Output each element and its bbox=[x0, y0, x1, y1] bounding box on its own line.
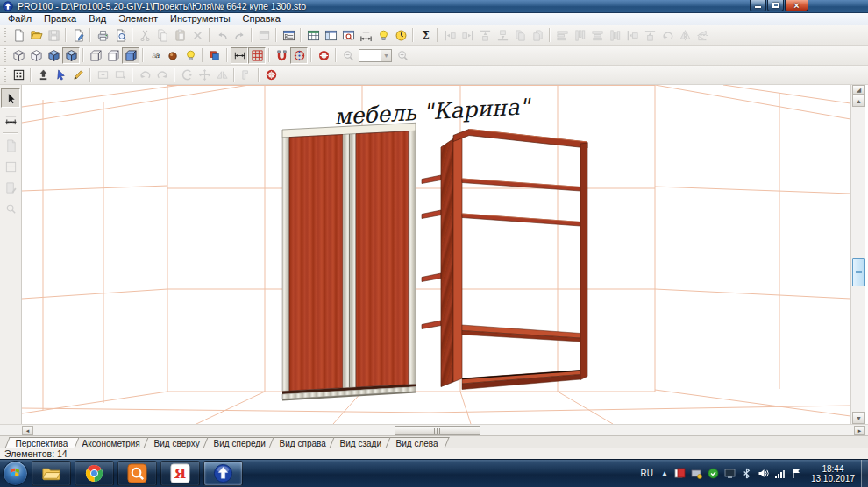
select-multi-button[interactable] bbox=[10, 67, 27, 83]
clock-button[interactable] bbox=[392, 27, 409, 44]
vertical-scrollbar[interactable]: ◢ ▲ ▼ bbox=[850, 85, 865, 424]
view-sketch-button[interactable] bbox=[27, 47, 45, 64]
network-tray-icon[interactable] bbox=[773, 467, 786, 480]
page-setup-button[interactable] bbox=[69, 27, 87, 44]
menu-item-1[interactable]: Правка bbox=[38, 13, 82, 25]
chrome-browser-taskbar-button[interactable] bbox=[75, 461, 114, 486]
sum-button[interactable]: Σ bbox=[416, 27, 434, 44]
taskbar-clock[interactable]: 18:44 13.10.2017 bbox=[811, 464, 855, 483]
design-viewport[interactable]: мебель "Карина" bbox=[22, 85, 850, 424]
textures-button[interactable] bbox=[206, 47, 224, 64]
view-color-button[interactable] bbox=[45, 47, 62, 64]
menu-item-3[interactable]: Элемент bbox=[112, 13, 164, 25]
show-desktop-button[interactable] bbox=[861, 460, 868, 487]
scroll-right-button[interactable]: ▸ bbox=[854, 426, 865, 435]
magnet-button[interactable] bbox=[273, 47, 290, 64]
scroll-down-button[interactable]: ▼ bbox=[852, 412, 865, 424]
price-list-button[interactable] bbox=[304, 27, 322, 44]
find-element-button[interactable] bbox=[339, 27, 357, 44]
splitter-button[interactable]: ◢ bbox=[852, 85, 865, 95]
horizontal-scrollbar[interactable]: ◂ ▸ bbox=[0, 424, 868, 435]
toolbar-grip[interactable] bbox=[4, 68, 6, 82]
toolbar-separator bbox=[268, 48, 270, 62]
menu-item-0[interactable]: Файл bbox=[2, 13, 38, 25]
toolbar-grip[interactable] bbox=[4, 48, 6, 62]
view-tab-0[interactable]: Перспектива bbox=[4, 437, 79, 448]
menu-item-5[interactable]: Справка bbox=[237, 13, 287, 25]
print-button[interactable] bbox=[94, 27, 111, 44]
view-tab-label: Вид сверху bbox=[154, 439, 200, 448]
hidden-icons-arrow-icon[interactable]: ▲ bbox=[658, 469, 672, 477]
proj-wire-button[interactable] bbox=[87, 47, 104, 64]
close-button[interactable]: × bbox=[785, 0, 808, 11]
chevron-down-icon[interactable]: ▼ bbox=[381, 50, 391, 61]
room-3d-view[interactable]: мебель "Карина" bbox=[22, 85, 850, 424]
bluetooth-tray-icon[interactable] bbox=[740, 467, 753, 480]
wardrobe-sliding-doors[interactable] bbox=[282, 123, 416, 400]
view-tab-6[interactable]: Вид слева bbox=[385, 437, 449, 448]
view-wireframe-button[interactable] bbox=[10, 47, 27, 64]
measure-tool-button[interactable] bbox=[1, 109, 20, 129]
report-dialog-button[interactable] bbox=[280, 27, 297, 44]
dimensions-button[interactable] bbox=[357, 27, 374, 44]
snap-points-button[interactable] bbox=[315, 47, 332, 64]
volume-tray-icon[interactable] bbox=[757, 467, 770, 480]
insert-element-button[interactable] bbox=[34, 67, 52, 83]
proj-solid-button[interactable] bbox=[122, 47, 139, 64]
display-settings-tray-icon[interactable] bbox=[723, 467, 736, 480]
select-tool-button[interactable] bbox=[1, 88, 20, 108]
start-button[interactable] bbox=[3, 461, 28, 486]
vertical-scroll-thumb[interactable] bbox=[852, 258, 865, 286]
scroll-left-button[interactable]: ◂ bbox=[22, 426, 33, 435]
open-folder-button[interactable] bbox=[27, 27, 45, 44]
menu-bar: ФайлПравкаВидЭлементИнструментыСправка bbox=[0, 13, 868, 25]
view-tab-3[interactable]: Вид спереди bbox=[203, 437, 276, 448]
proj-white-button[interactable] bbox=[104, 47, 122, 64]
zoom-level-combo[interactable]: ▼ bbox=[359, 49, 392, 62]
draw-element-button[interactable] bbox=[69, 67, 87, 83]
view-tab-1[interactable]: Аксонометрия bbox=[71, 437, 151, 448]
language-indicator[interactable]: RU bbox=[637, 469, 658, 478]
horizontal-scroll-thumb[interactable] bbox=[395, 426, 480, 435]
new-document-button[interactable] bbox=[10, 27, 27, 44]
scroll-up-button[interactable]: ▲ bbox=[852, 95, 865, 107]
snap-grid-button[interactable] bbox=[290, 47, 308, 64]
print-preview-button[interactable] bbox=[111, 27, 129, 44]
window-controls: × bbox=[749, 0, 808, 11]
pro100-app-taskbar-button[interactable] bbox=[203, 461, 243, 486]
delete-icon bbox=[191, 29, 204, 42]
material-sphere-button[interactable] bbox=[164, 47, 181, 64]
menu-item-2[interactable]: Вид bbox=[82, 13, 112, 25]
show-grid-button[interactable] bbox=[248, 47, 266, 64]
search-app-taskbar-button[interactable] bbox=[117, 461, 157, 486]
view-shaded-button[interactable] bbox=[62, 47, 80, 64]
view-tab-4[interactable]: Вид справа bbox=[269, 437, 338, 448]
maximize-button[interactable] bbox=[767, 0, 784, 11]
show-dimensions-button[interactable] bbox=[231, 47, 248, 64]
minimize-button[interactable] bbox=[750, 0, 766, 11]
light-button[interactable] bbox=[181, 47, 199, 64]
lifebuoy-button[interactable] bbox=[262, 67, 280, 83]
print-preview-icon bbox=[114, 29, 127, 42]
flip-element-button bbox=[213, 67, 231, 83]
pointer-button[interactable] bbox=[52, 67, 69, 83]
structure-button[interactable] bbox=[322, 27, 339, 44]
wardrobe-carcass[interactable] bbox=[422, 130, 587, 390]
dimensions-icon bbox=[359, 29, 373, 42]
sum-icon: Σ bbox=[419, 29, 432, 42]
view-tab-2[interactable]: Вид сверху bbox=[143, 437, 210, 448]
lamp-button[interactable] bbox=[374, 27, 392, 44]
clock-date: 13.10.2017 bbox=[811, 474, 855, 483]
menu-item-4[interactable]: Инструменты bbox=[164, 13, 237, 25]
toolbar-separator bbox=[310, 48, 312, 62]
antivirus-tray-icon[interactable] bbox=[707, 467, 720, 480]
windows-explorer-taskbar-button[interactable] bbox=[32, 461, 71, 486]
antialias-button[interactable]: aa bbox=[146, 47, 164, 64]
action-center-tray-icon[interactable] bbox=[790, 467, 803, 480]
view-tab-5[interactable]: Вид сзади bbox=[330, 437, 394, 448]
toolbar-grip[interactable] bbox=[4, 28, 6, 42]
card-reader-tray-icon[interactable] bbox=[673, 467, 687, 480]
title-bar[interactable]: PRO100 - D:\Pro100-5.20-GIV-1\Проекты\Юл… bbox=[0, 0, 868, 13]
yandex-browser-taskbar-button[interactable]: Я bbox=[160, 461, 200, 486]
usb-device-tray-icon[interactable] bbox=[690, 467, 703, 480]
